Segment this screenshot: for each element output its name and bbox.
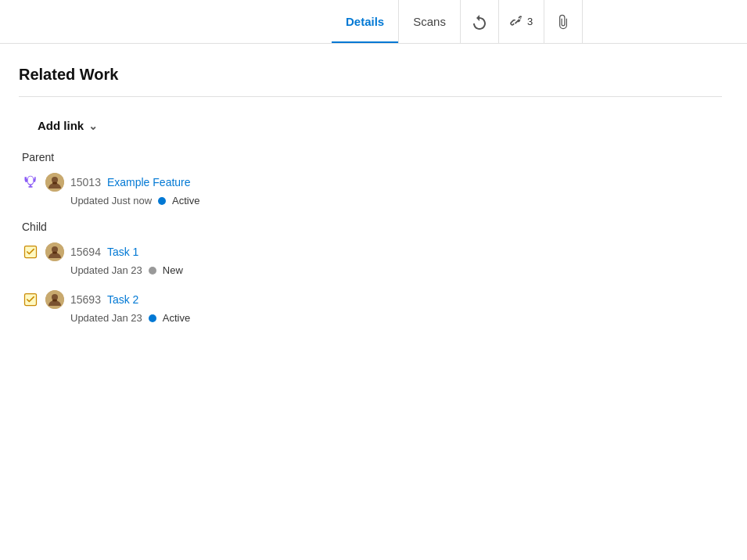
work-item-title-15693[interactable]: Task 2 (107, 293, 138, 306)
work-item-meta-15013: Updated Just now Active (70, 195, 722, 206)
work-item-15694: 15694 Task 1 Updated Jan 23 New (22, 242, 722, 276)
trophy-icon (22, 174, 39, 191)
work-item-top: 15013 Example Feature (22, 173, 722, 192)
work-item-updated-15013: Updated Just now (70, 195, 152, 206)
group-parent-label: Parent (22, 151, 722, 163)
task-icon-15694 (22, 243, 39, 260)
tab-details-label: Details (346, 15, 384, 28)
work-item-status-15694: New (163, 264, 183, 276)
tab-details[interactable]: Details (332, 0, 399, 43)
tab-scans-label: Scans (413, 15, 446, 28)
work-item-updated-15693: Updated Jan 23 (70, 312, 142, 324)
attachment-button[interactable] (544, 0, 583, 43)
work-item-title-15013[interactable]: Example Feature (107, 176, 191, 188)
avatar-15693 (45, 290, 64, 309)
work-item-updated-15694: Updated Jan 23 (70, 264, 142, 276)
tab-scans[interactable]: Scans (399, 0, 461, 43)
work-item-meta-15694: Updated Jan 23 New (70, 264, 722, 276)
work-item-15693: 15693 Task 2 Updated Jan 23 Active (22, 290, 722, 324)
avatar-15013 (45, 173, 64, 192)
svg-point-10 (52, 300, 57, 302)
work-item-title-15694[interactable]: Task 1 (107, 246, 138, 258)
section-divider (19, 96, 722, 97)
status-dot-new (149, 267, 156, 275)
work-item-meta-15693: Updated Jan 23 Active (70, 312, 722, 324)
svg-point-2 (52, 182, 57, 185)
work-item-id-15013: 15013 (70, 176, 101, 188)
attachment-icon (555, 14, 571, 30)
links-count: 3 (527, 16, 533, 27)
add-link-button[interactable]: Add link ⌄ (38, 116, 98, 135)
svg-point-6 (52, 252, 57, 254)
group-child-label: Child (22, 221, 722, 233)
history-icon (472, 14, 487, 30)
work-item-status-15693: Active (163, 312, 190, 324)
work-item-id-15693: 15693 (70, 293, 101, 306)
chevron-down-icon: ⌄ (88, 120, 98, 132)
status-dot-active (158, 197, 166, 205)
work-item-id-15694: 15694 (70, 246, 101, 258)
status-dot-active-15693 (149, 314, 156, 322)
task-icon-15693 (22, 291, 39, 308)
avatar-15694 (45, 242, 64, 261)
group-child: Child (19, 221, 722, 324)
section-title: Related Work (19, 66, 722, 84)
main-content: Related Work Add link ⌄ Parent (0, 44, 747, 354)
link-icon (510, 15, 524, 29)
work-item-top-15693: 15693 Task 2 (22, 290, 722, 309)
work-item-15013: 15013 Example Feature Updated Just now A… (22, 173, 722, 206)
history-button[interactable] (461, 0, 499, 43)
tab-bar: Details Scans 3 (0, 0, 747, 44)
work-item-status-15013: Active (172, 195, 199, 206)
group-parent: Parent (19, 151, 722, 206)
add-link-label: Add link (38, 119, 84, 132)
links-button[interactable]: 3 (499, 0, 544, 43)
work-item-top-15694: 15694 Task 1 (22, 242, 722, 261)
